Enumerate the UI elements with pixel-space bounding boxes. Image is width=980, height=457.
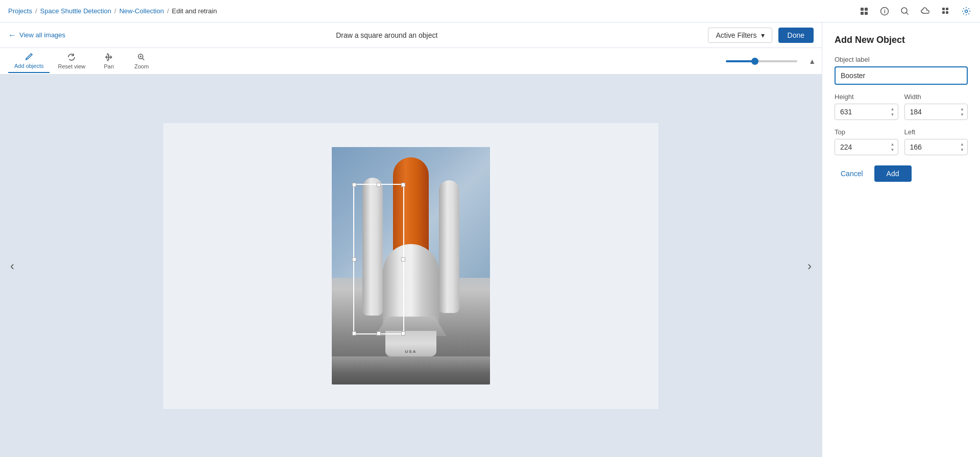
breadcrumb-detection[interactable]: Space Shuttle Detection <box>40 7 111 15</box>
svg-point-6 <box>901 8 907 13</box>
collapse-icon[interactable]: ▲ <box>808 57 816 65</box>
cloud-icon[interactable] <box>920 6 931 17</box>
height-down-button[interactable]: ▼ <box>889 112 896 117</box>
svg-rect-9 <box>946 8 948 10</box>
shuttle-image: USA <box>332 147 490 384</box>
srb-right <box>439 180 459 313</box>
view-all-images-label[interactable]: View all images <box>19 31 65 39</box>
height-up-button[interactable]: ▲ <box>889 107 896 112</box>
breadcrumb: Projects / Space Shuttle Detection / New… <box>8 7 217 15</box>
zoom-slider[interactable] <box>726 60 797 62</box>
width-field-group: Width ▲ ▼ <box>904 93 968 120</box>
height-width-row: Height ▲ ▼ Width ▲ ▼ <box>835 93 968 120</box>
zoom-tool[interactable]: Zoom <box>126 50 157 73</box>
svg-rect-2 <box>861 12 864 15</box>
instruction-label: Draw a square around an object <box>71 31 702 39</box>
srb-left <box>362 178 383 316</box>
grid-icon[interactable] <box>859 6 870 17</box>
sep1: / <box>35 7 37 15</box>
canvas-wrapper: ← View all images Draw a square around a… <box>0 22 822 457</box>
tools-bar: Add objects Reset view Pan <box>0 48 822 75</box>
back-arrow-icon: ← <box>8 31 16 40</box>
sep2: / <box>114 7 116 15</box>
add-button[interactable]: Add <box>874 165 912 182</box>
back-link[interactable]: ← View all images <box>8 31 65 40</box>
active-filters-label: Active Filters <box>716 31 756 39</box>
left-field-group: Left ▲ ▼ <box>904 128 968 155</box>
reset-view-tool[interactable]: Reset view <box>52 50 91 73</box>
svg-rect-1 <box>865 8 868 11</box>
svg-rect-10 <box>942 11 945 14</box>
top-input-wrap: ▲ ▼ <box>835 139 898 155</box>
right-panel: Add New Object Object label Height ▲ ▼ W… <box>822 22 980 457</box>
panel-actions: Cancel Add <box>835 165 968 182</box>
left-down-button[interactable]: ▼ <box>959 148 966 153</box>
width-down-button[interactable]: ▼ <box>959 112 966 117</box>
svg-rect-8 <box>942 8 945 10</box>
top-nav: Projects / Space Shuttle Detection / New… <box>0 0 980 22</box>
nav-icons: i <box>859 6 972 17</box>
add-objects-tool[interactable]: Add objects <box>8 50 50 73</box>
chevron-down-icon: ▾ <box>761 31 765 39</box>
height-input-wrap: ▲ ▼ <box>835 104 898 120</box>
breadcrumb-collection[interactable]: New-Collection <box>119 7 164 15</box>
active-filters-button[interactable]: Active Filters ▾ <box>708 28 772 43</box>
main-layout: ← View all images Draw a square around a… <box>0 22 980 457</box>
search-icon[interactable] <box>899 6 911 17</box>
apps-icon[interactable] <box>940 6 951 17</box>
left-label: Left <box>904 128 968 136</box>
svg-line-15 <box>142 58 144 60</box>
width-label: Width <box>904 93 968 101</box>
canvas-area: ‹ <box>0 75 822 457</box>
info-icon[interactable]: i <box>879 6 890 17</box>
left-up-button[interactable]: ▲ <box>959 142 966 147</box>
pencil-icon <box>25 53 33 61</box>
height-label: Height <box>835 93 898 101</box>
width-spinners: ▲ ▼ <box>959 107 966 117</box>
top-spinners: ▲ ▼ <box>889 142 896 153</box>
orbiter-bottom: USA <box>385 331 436 356</box>
left-input-wrap: ▲ ▼ <box>904 139 968 155</box>
pan-icon <box>105 53 113 61</box>
svg-rect-3 <box>865 12 868 15</box>
pan-tool[interactable]: Pan <box>93 50 124 73</box>
width-up-button[interactable]: ▲ <box>959 107 966 112</box>
zoom-slider-wrap <box>726 60 797 62</box>
object-label-input[interactable] <box>835 66 968 85</box>
ground <box>332 356 490 384</box>
height-field-group: Height ▲ ▼ <box>835 93 898 120</box>
zoom-icon <box>137 53 145 61</box>
handle-bottom-left[interactable] <box>352 331 356 335</box>
width-input-wrap: ▲ ▼ <box>904 104 968 120</box>
top-down-button[interactable]: ▼ <box>889 148 896 153</box>
reset-icon <box>67 53 76 61</box>
top-up-button[interactable]: ▲ <box>889 142 896 147</box>
height-spinners: ▲ ▼ <box>889 107 896 117</box>
settings-icon[interactable] <box>961 6 972 17</box>
top-left-row: Top ▲ ▼ Left ▲ ▼ <box>835 128 968 155</box>
prev-image-button[interactable]: ‹ <box>4 258 20 274</box>
canvas-background: USA <box>163 123 658 409</box>
svg-point-12 <box>965 10 968 12</box>
next-image-button[interactable]: › <box>801 258 818 274</box>
top-label: Top <box>835 128 898 136</box>
svg-point-13 <box>108 56 110 58</box>
shuttle-placeholder: USA <box>332 147 490 384</box>
svg-rect-0 <box>861 8 864 11</box>
cancel-button[interactable]: Cancel <box>835 165 869 182</box>
top-bar: ← View all images Draw a square around a… <box>0 22 822 48</box>
done-button[interactable]: Done <box>778 28 814 43</box>
left-spinners: ▲ ▼ <box>959 142 966 153</box>
svg-text:i: i <box>884 9 886 14</box>
breadcrumb-projects[interactable]: Projects <box>8 7 32 15</box>
svg-rect-11 <box>946 11 948 14</box>
panel-title: Add New Object <box>835 35 968 45</box>
sep3: / <box>167 7 169 15</box>
breadcrumb-current: Edit and retrain <box>172 7 217 15</box>
object-label-label: Object label <box>835 56 968 63</box>
svg-line-7 <box>906 12 909 14</box>
top-field-group: Top ▲ ▼ <box>835 128 898 155</box>
object-label-field-group: Object label <box>835 56 968 85</box>
